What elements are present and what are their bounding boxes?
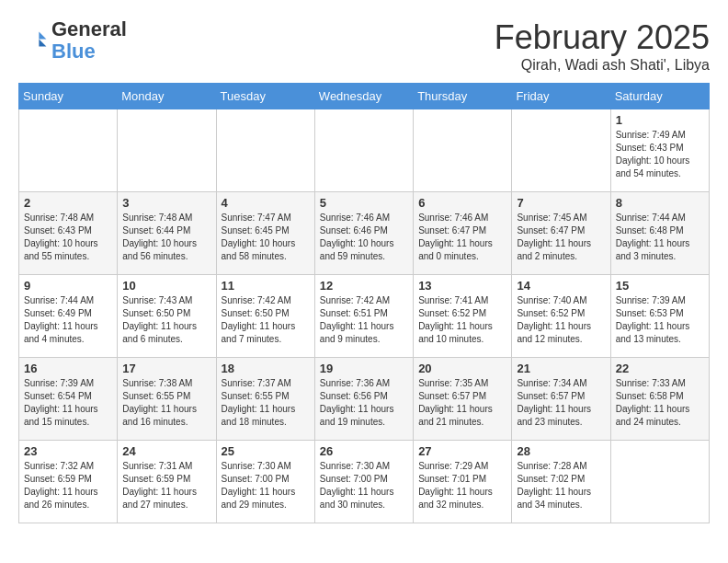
calendar-cell: 20Sunrise: 7:35 AM Sunset: 6:57 PM Dayli… bbox=[414, 358, 512, 441]
day-number: 3 bbox=[122, 196, 210, 210]
day-number: 9 bbox=[24, 279, 112, 293]
day-number: 7 bbox=[517, 196, 605, 210]
day-info: Sunrise: 7:31 AM Sunset: 6:59 PM Dayligh… bbox=[122, 460, 210, 511]
calendar-cell: 7Sunrise: 7:45 AM Sunset: 6:47 PM Daylig… bbox=[512, 192, 610, 275]
calendar-cell: 15Sunrise: 7:39 AM Sunset: 6:53 PM Dayli… bbox=[610, 275, 709, 358]
day-number: 14 bbox=[517, 279, 605, 293]
day-info: Sunrise: 7:38 AM Sunset: 6:55 PM Dayligh… bbox=[122, 377, 210, 429]
calendar-cell bbox=[414, 109, 512, 192]
calendar-cell bbox=[118, 109, 216, 192]
calendar-cell bbox=[512, 109, 610, 192]
calendar-cell: 5Sunrise: 7:46 AM Sunset: 6:46 PM Daylig… bbox=[314, 192, 413, 275]
day-header-thursday: Thursday bbox=[414, 84, 512, 109]
day-info: Sunrise: 7:44 AM Sunset: 6:49 PM Dayligh… bbox=[24, 294, 112, 346]
logo-text: General Blue bbox=[51, 18, 127, 63]
day-info: Sunrise: 7:44 AM Sunset: 6:48 PM Dayligh… bbox=[616, 212, 704, 263]
logo: General Blue bbox=[18, 18, 127, 63]
day-number: 28 bbox=[517, 444, 605, 458]
calendar-cell: 17Sunrise: 7:38 AM Sunset: 6:55 PM Dayli… bbox=[118, 358, 216, 441]
calendar: SundayMondayTuesdayWednesdayThursdayFrid… bbox=[18, 83, 710, 523]
day-info: Sunrise: 7:48 AM Sunset: 6:44 PM Dayligh… bbox=[122, 212, 210, 263]
day-info: Sunrise: 7:42 AM Sunset: 6:50 PM Dayligh… bbox=[222, 294, 310, 346]
calendar-cell: 3Sunrise: 7:48 AM Sunset: 6:44 PM Daylig… bbox=[118, 192, 216, 275]
day-number: 8 bbox=[616, 196, 704, 210]
calendar-week-3: 9Sunrise: 7:44 AM Sunset: 6:49 PM Daylig… bbox=[19, 275, 710, 358]
calendar-header-row: SundayMondayTuesdayWednesdayThursdayFrid… bbox=[19, 84, 710, 109]
calendar-cell: 18Sunrise: 7:37 AM Sunset: 6:55 PM Dayli… bbox=[216, 358, 314, 441]
month-title: February 2025 bbox=[495, 18, 710, 57]
calendar-cell: 2Sunrise: 7:48 AM Sunset: 6:43 PM Daylig… bbox=[19, 192, 118, 275]
calendar-cell: 27Sunrise: 7:29 AM Sunset: 7:01 PM Dayli… bbox=[414, 441, 512, 523]
day-number: 27 bbox=[418, 444, 506, 458]
day-number: 20 bbox=[418, 362, 506, 375]
day-info: Sunrise: 7:30 AM Sunset: 7:00 PM Dayligh… bbox=[222, 460, 310, 511]
calendar-week-1: 1Sunrise: 7:49 AM Sunset: 6:43 PM Daylig… bbox=[19, 109, 710, 192]
calendar-cell: 8Sunrise: 7:44 AM Sunset: 6:48 PM Daylig… bbox=[610, 192, 709, 275]
day-number: 25 bbox=[222, 444, 310, 458]
day-number: 13 bbox=[418, 279, 506, 293]
calendar-cell bbox=[19, 109, 118, 192]
day-number: 1 bbox=[616, 113, 704, 127]
calendar-cell bbox=[314, 109, 413, 192]
calendar-cell: 14Sunrise: 7:40 AM Sunset: 6:52 PM Dayli… bbox=[512, 275, 610, 358]
title-section: February 2025 Qirah, Wadi ash Shati', Li… bbox=[495, 18, 710, 74]
day-number: 2 bbox=[24, 196, 112, 210]
day-number: 24 bbox=[122, 444, 210, 458]
day-info: Sunrise: 7:47 AM Sunset: 6:45 PM Dayligh… bbox=[222, 212, 310, 263]
day-info: Sunrise: 7:46 AM Sunset: 6:47 PM Dayligh… bbox=[418, 212, 506, 263]
day-header-wednesday: Wednesday bbox=[314, 84, 413, 109]
day-number: 17 bbox=[122, 362, 210, 375]
calendar-cell: 16Sunrise: 7:39 AM Sunset: 6:54 PM Dayli… bbox=[19, 358, 118, 441]
calendar-week-4: 16Sunrise: 7:39 AM Sunset: 6:54 PM Dayli… bbox=[19, 358, 710, 441]
day-info: Sunrise: 7:33 AM Sunset: 6:58 PM Dayligh… bbox=[616, 377, 704, 429]
calendar-cell: 12Sunrise: 7:42 AM Sunset: 6:51 PM Dayli… bbox=[314, 275, 413, 358]
calendar-cell: 10Sunrise: 7:43 AM Sunset: 6:50 PM Dayli… bbox=[118, 275, 216, 358]
location: Qirah, Wadi ash Shati', Libya bbox=[495, 57, 710, 74]
calendar-cell: 25Sunrise: 7:30 AM Sunset: 7:00 PM Dayli… bbox=[216, 441, 314, 523]
calendar-cell: 19Sunrise: 7:36 AM Sunset: 6:56 PM Dayli… bbox=[314, 358, 413, 441]
day-info: Sunrise: 7:49 AM Sunset: 6:43 PM Dayligh… bbox=[616, 129, 704, 180]
calendar-cell: 22Sunrise: 7:33 AM Sunset: 6:58 PM Dayli… bbox=[610, 358, 709, 441]
day-info: Sunrise: 7:28 AM Sunset: 7:02 PM Dayligh… bbox=[517, 460, 605, 511]
day-info: Sunrise: 7:29 AM Sunset: 7:01 PM Dayligh… bbox=[418, 460, 506, 511]
day-info: Sunrise: 7:39 AM Sunset: 6:53 PM Dayligh… bbox=[616, 294, 704, 346]
day-info: Sunrise: 7:39 AM Sunset: 6:54 PM Dayligh… bbox=[24, 377, 112, 429]
calendar-cell: 1Sunrise: 7:49 AM Sunset: 6:43 PM Daylig… bbox=[610, 109, 709, 192]
day-number: 15 bbox=[616, 279, 704, 293]
calendar-cell: 23Sunrise: 7:32 AM Sunset: 6:59 PM Dayli… bbox=[19, 441, 118, 523]
calendar-cell: 11Sunrise: 7:42 AM Sunset: 6:50 PM Dayli… bbox=[216, 275, 314, 358]
day-info: Sunrise: 7:32 AM Sunset: 6:59 PM Dayligh… bbox=[24, 460, 112, 511]
calendar-cell bbox=[216, 109, 314, 192]
calendar-cell: 26Sunrise: 7:30 AM Sunset: 7:00 PM Dayli… bbox=[314, 441, 413, 523]
calendar-cell: 24Sunrise: 7:31 AM Sunset: 6:59 PM Dayli… bbox=[118, 441, 216, 523]
day-info: Sunrise: 7:37 AM Sunset: 6:55 PM Dayligh… bbox=[222, 377, 310, 429]
day-info: Sunrise: 7:41 AM Sunset: 6:52 PM Dayligh… bbox=[418, 294, 506, 346]
day-number: 19 bbox=[320, 362, 408, 375]
day-info: Sunrise: 7:34 AM Sunset: 6:57 PM Dayligh… bbox=[517, 377, 605, 429]
day-number: 5 bbox=[320, 196, 408, 210]
day-number: 12 bbox=[320, 279, 408, 293]
day-number: 23 bbox=[24, 444, 112, 458]
svg-marker-0 bbox=[39, 32, 46, 40]
day-number: 18 bbox=[222, 362, 310, 375]
day-info: Sunrise: 7:48 AM Sunset: 6:43 PM Dayligh… bbox=[24, 212, 112, 263]
calendar-cell: 4Sunrise: 7:47 AM Sunset: 6:45 PM Daylig… bbox=[216, 192, 314, 275]
calendar-cell: 28Sunrise: 7:28 AM Sunset: 7:02 PM Dayli… bbox=[512, 441, 610, 523]
day-info: Sunrise: 7:42 AM Sunset: 6:51 PM Dayligh… bbox=[320, 294, 408, 346]
day-header-sunday: Sunday bbox=[19, 84, 118, 109]
day-header-saturday: Saturday bbox=[610, 84, 709, 109]
calendar-cell: 9Sunrise: 7:44 AM Sunset: 6:49 PM Daylig… bbox=[19, 275, 118, 358]
day-info: Sunrise: 7:43 AM Sunset: 6:50 PM Dayligh… bbox=[122, 294, 210, 346]
day-number: 10 bbox=[122, 279, 210, 293]
day-number: 21 bbox=[517, 362, 605, 375]
header: General Blue February 2025 Qirah, Wadi a… bbox=[18, 18, 710, 74]
day-info: Sunrise: 7:46 AM Sunset: 6:46 PM Dayligh… bbox=[320, 212, 408, 263]
calendar-week-2: 2Sunrise: 7:48 AM Sunset: 6:43 PM Daylig… bbox=[19, 192, 710, 275]
day-number: 22 bbox=[616, 362, 704, 375]
calendar-week-5: 23Sunrise: 7:32 AM Sunset: 6:59 PM Dayli… bbox=[19, 441, 710, 523]
day-info: Sunrise: 7:45 AM Sunset: 6:47 PM Dayligh… bbox=[517, 212, 605, 263]
logo-icon bbox=[18, 26, 48, 55]
day-info: Sunrise: 7:36 AM Sunset: 6:56 PM Dayligh… bbox=[320, 377, 408, 429]
day-info: Sunrise: 7:30 AM Sunset: 7:00 PM Dayligh… bbox=[320, 460, 408, 511]
day-number: 6 bbox=[418, 196, 506, 210]
